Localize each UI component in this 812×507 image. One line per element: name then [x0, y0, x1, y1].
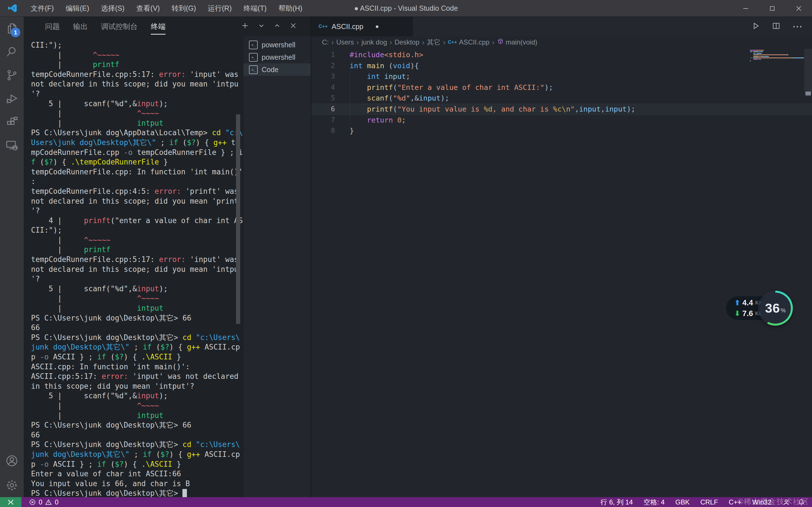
minimize-button[interactable]	[732, 0, 759, 17]
warnings-icon	[45, 499, 52, 506]
vscode-logo-icon	[7, 3, 17, 13]
breadcrumb[interactable]: C:›Users›junk dog›Desktop›其它›C++ASCII.cp…	[311, 36, 812, 48]
line-number: 4	[311, 82, 335, 93]
panel-tab[interactable]: 问题	[45, 17, 60, 36]
terminal-dropdown-button[interactable]	[258, 22, 265, 31]
window-controls	[732, 0, 812, 17]
status-item[interactable]: CRLF	[700, 498, 718, 506]
more-actions-button[interactable]: ⋯	[792, 24, 802, 29]
terminal-line: 66	[31, 323, 243, 333]
net-speed-widget[interactable]: ⬆ 4.4 K/s ⬇ 7.6 K/s 36 %	[726, 293, 799, 327]
breadcrumb-item[interactable]: Desktop	[395, 38, 419, 46]
split-editor-button[interactable]	[772, 22, 780, 31]
error-count: 0	[39, 498, 42, 506]
breadcrumb-item[interactable]: C:	[322, 38, 329, 46]
menu-item[interactable]: 文件(F)	[25, 0, 60, 17]
close-window-button[interactable]	[785, 0, 812, 17]
terminal-list-item[interactable]: >_powershell	[243, 39, 311, 51]
sidebar-item-remote-explorer[interactable]	[0, 133, 24, 157]
menu-item[interactable]: 帮助(H)	[273, 0, 308, 17]
menu-item[interactable]: 运行(R)	[202, 0, 238, 17]
maximize-button[interactable]	[759, 0, 785, 17]
minimap-line	[750, 54, 804, 55]
sidebar-item-search[interactable]	[0, 40, 24, 63]
minimap-line	[750, 59, 804, 60]
upload-arrow-icon: ⬆	[734, 299, 740, 307]
terminal-list-item[interactable]: >_powershell	[243, 51, 311, 63]
line-number: 3	[311, 71, 335, 82]
sidebar-item-extensions[interactable]	[0, 110, 24, 133]
terminal-line: 5 | scanf("%d",&input);	[31, 99, 243, 109]
terminal-line: Enter a value of char int ASCII:66	[31, 469, 243, 479]
breadcrumb-item[interactable]: main(void)	[497, 38, 538, 47]
scrollbar-cursor-marker	[806, 92, 811, 96]
settings-button[interactable]	[0, 473, 24, 497]
terminal-line: PS C:\Users\junk dog\Desktop\其它> 66	[31, 420, 243, 430]
breadcrumb-item[interactable]: junk dog	[361, 38, 387, 46]
site-watermark: ©稀土掘金技术社区	[738, 497, 809, 507]
sidebar-item-explorer[interactable]: 1	[0, 17, 24, 40]
terminal-list-item[interactable]: >_Code	[243, 63, 311, 76]
menu-item[interactable]: 编辑(E)	[60, 0, 95, 17]
terminal-line: p -o ASCII } ; if ($?) { .\ASCII }	[31, 352, 243, 362]
panel-tab[interactable]: 终端	[151, 17, 165, 36]
breadcrumb-item[interactable]: C++ASCII.cpp	[448, 38, 490, 46]
code-line: 1#include<stdio.h>	[311, 49, 812, 60]
sidebar-item-run-debug[interactable]	[0, 87, 24, 110]
breadcrumb-separator-icon: ›	[422, 38, 424, 47]
panel-tab[interactable]: 输出	[73, 17, 88, 36]
account-button[interactable]	[0, 448, 24, 473]
panel-tab[interactable]: 调试控制台	[101, 17, 138, 36]
tab-label: ASCII.cpp	[332, 22, 363, 31]
errors-icon	[29, 499, 36, 506]
minimap-line	[750, 51, 804, 52]
terminal-line: tempCodeRunnerFile.cpp: In function 'int…	[31, 167, 243, 177]
terminal-list: >_powershell>_powershell>_Code	[243, 36, 311, 497]
terminal-line: p -o ASCII } ; if ($?) { .\ASCII }	[31, 459, 243, 469]
menu-item[interactable]: 终端(T)	[238, 0, 273, 17]
terminal-line: '?	[31, 274, 243, 284]
menu-item[interactable]: 转到(G)	[166, 0, 202, 17]
warning-count: 0	[55, 498, 58, 506]
extensions-icon	[5, 115, 18, 128]
cpp-file-icon: C++	[448, 40, 457, 45]
remote-indicator[interactable]	[0, 497, 21, 507]
new-terminal-button[interactable]	[241, 21, 249, 32]
menu-item[interactable]: 查看(V)	[131, 0, 166, 17]
terminal-line: junk dog\Desktop\其它\" ; if ($?) { g++ AS…	[31, 450, 243, 459]
line-number: 6	[311, 104, 335, 115]
breadcrumb-item[interactable]: Users	[336, 38, 354, 46]
menu-bar: 文件(F)编辑(E)选择(S)查看(V)转到(G)运行(R)终端(T)帮助(H)	[25, 0, 308, 17]
terminal-line: PS C:\Users\junk dog\Desktop\其它> 66	[31, 313, 243, 323]
run-button[interactable]	[751, 21, 760, 32]
breadcrumb-separator-icon: ›	[356, 38, 359, 47]
editor-content[interactable]: 1#include<stdio.h>2int main (void){3 int…	[311, 48, 812, 497]
problems-status[interactable]: 0 0	[29, 498, 59, 506]
breadcrumb-separator-icon: ›	[390, 38, 392, 47]
minimap[interactable]	[750, 50, 804, 62]
minimap-line	[750, 61, 804, 61]
terminal-scrollbar[interactable]	[236, 114, 240, 324]
terminal-list-label: powershell	[262, 41, 296, 49]
terminal-line: not declared in this scope; did you mean…	[31, 79, 243, 89]
panel-actions	[241, 17, 297, 36]
close-panel-button[interactable]	[289, 22, 297, 32]
code-line: 2int main (void){	[311, 60, 812, 71]
breadcrumb-item[interactable]: 其它	[427, 38, 441, 47]
status-item[interactable]: GBK	[675, 498, 690, 506]
terminal-line: f ($?) { .\tempCodeRunnerFile }	[31, 157, 243, 167]
terminal-icon: >_	[249, 65, 258, 74]
status-item[interactable]: 行 6, 列 14	[601, 498, 633, 507]
terminal-line: 5 | scanf("%d",&input);	[31, 391, 243, 401]
sidebar-item-source-control[interactable]	[0, 63, 24, 87]
tab-ascii-cpp[interactable]: C++ ASCII.cpp ●	[311, 17, 413, 36]
maximize-panel-button[interactable]	[273, 22, 281, 31]
code-line: 8}	[311, 125, 812, 136]
terminal-line: PS C:\Users\junk dog\Desktop\其它>	[31, 489, 243, 497]
status-item[interactable]: 空格: 4	[644, 498, 665, 507]
breadcrumb-separator-icon: ›	[492, 38, 495, 47]
menu-item[interactable]: 选择(S)	[95, 0, 130, 17]
terminal-output[interactable]: CII:"); | ^~~~~~ | printftempCodeRunnerF…	[24, 36, 243, 497]
terminal-line: tempCodeRunnerFile.cpp:5:17: error: 'inp…	[31, 69, 243, 79]
editor-scrollbar[interactable]	[804, 49, 812, 498]
